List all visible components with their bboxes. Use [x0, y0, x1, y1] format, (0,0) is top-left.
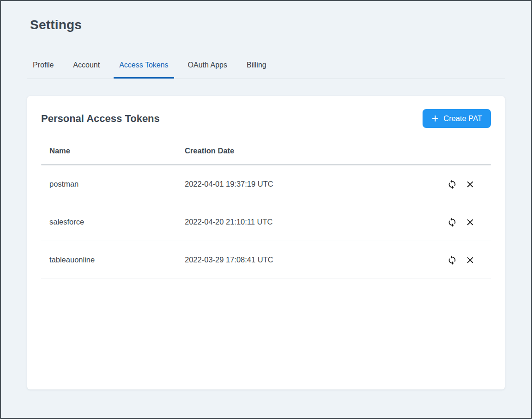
close-icon [465, 179, 475, 189]
row-actions [447, 255, 475, 265]
refresh-token-button[interactable] [447, 255, 457, 265]
app-window: Settings Profile Account Access Tokens O… [0, 0, 532, 419]
token-name: tableauonline [49, 255, 185, 264]
tab-access-tokens[interactable]: Access Tokens [114, 61, 174, 79]
create-pat-button-label: Create PAT [443, 114, 482, 123]
table-header-row: Name Creation Date [41, 140, 491, 164]
column-header-creation-date: Creation Date [185, 146, 475, 155]
sync-icon [447, 179, 457, 189]
token-creation-date: 2022-04-20 21:10:11 UTC [185, 218, 447, 226]
tab-account[interactable]: Account [67, 61, 105, 79]
pat-card-header: Personal Access Tokens Create PAT [41, 109, 491, 128]
token-name: salesforce [49, 218, 185, 226]
settings-page: Settings Profile Account Access Tokens O… [1, 1, 531, 389]
table-row: tableauonline 2022-03-29 17:08:41 UTC [41, 241, 491, 279]
settings-tab-bar: Profile Account Access Tokens OAuth Apps… [27, 61, 505, 79]
close-icon [465, 217, 475, 227]
table-row: salesforce 2022-04-20 21:10:11 UTC [41, 203, 491, 241]
pat-table: Name Creation Date postman 2022-04-01 19… [41, 140, 491, 279]
sync-icon [447, 217, 457, 227]
tab-oauth-apps[interactable]: OAuth Apps [182, 61, 233, 79]
pat-card: Personal Access Tokens Create PAT Name C… [27, 96, 505, 389]
close-icon [465, 255, 475, 265]
tab-profile[interactable]: Profile [27, 61, 59, 79]
table-row: postman 2022-04-01 19:37:19 UTC [41, 165, 491, 203]
token-creation-date: 2022-04-01 19:37:19 UTC [185, 180, 447, 188]
tab-billing[interactable]: Billing [241, 61, 272, 79]
row-actions [447, 179, 475, 189]
token-name: postman [49, 180, 185, 188]
refresh-token-button[interactable] [447, 179, 457, 189]
delete-token-button[interactable] [465, 255, 475, 265]
refresh-token-button[interactable] [447, 217, 457, 227]
create-pat-button[interactable]: Create PAT [423, 109, 491, 128]
delete-token-button[interactable] [465, 217, 475, 227]
sync-icon [447, 255, 457, 265]
column-header-name: Name [49, 146, 185, 155]
page-title: Settings [30, 18, 505, 32]
card-title: Personal Access Tokens [41, 113, 160, 125]
plus-icon [431, 115, 439, 122]
token-creation-date: 2022-03-29 17:08:41 UTC [185, 255, 447, 264]
delete-token-button[interactable] [465, 179, 475, 189]
row-actions [447, 217, 475, 227]
